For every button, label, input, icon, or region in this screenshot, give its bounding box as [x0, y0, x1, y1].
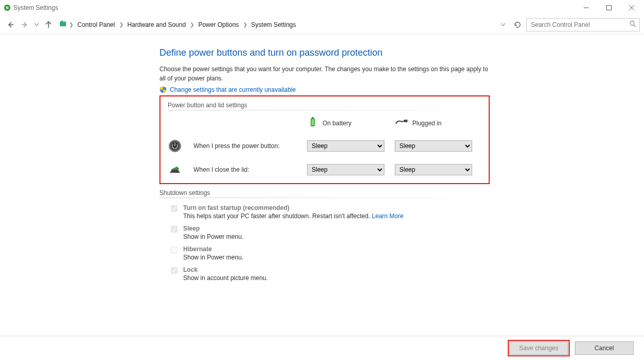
fast-startup-title: Turn on fast startup (recommended) [183, 204, 404, 211]
page-title: Define power buttons and turn on passwor… [159, 47, 490, 58]
column-label: On battery [323, 120, 351, 127]
power-button-icon [168, 139, 182, 153]
minimize-button[interactable] [575, 0, 598, 15]
power-button-battery-select[interactable]: Sleep [307, 140, 384, 152]
save-button[interactable]: Save changes [509, 341, 568, 355]
close-button[interactable] [620, 0, 643, 15]
breadcrumb-sep: ❯ [242, 22, 248, 27]
learn-more-link[interactable]: Learn More [372, 212, 404, 220]
lock-desc: Show in account picture menu. [183, 274, 268, 282]
save-button-highlight: Save changes [508, 340, 570, 356]
svg-rect-15 [312, 119, 314, 125]
breadcrumb-sep: ❯ [68, 22, 74, 27]
sleep-checkbox [171, 226, 178, 233]
breadcrumb-item[interactable]: Hardware and Sound [125, 20, 188, 29]
breadcrumb-item[interactable]: System Settings [249, 20, 298, 29]
close-lid-label: When I close the lid: [194, 166, 307, 173]
power-button-label: When I press the power button: [194, 142, 307, 150]
breadcrumb-item[interactable]: Control Panel [75, 20, 117, 29]
column-header-battery: On battery [307, 117, 395, 129]
search-box[interactable] [526, 18, 640, 31]
svg-rect-9 [60, 22, 66, 26]
recent-dropdown[interactable] [33, 19, 40, 31]
breadcrumb-icon [59, 20, 67, 29]
forward-button[interactable] [19, 19, 31, 31]
maximize-button[interactable] [598, 0, 620, 15]
fast-startup-row: Turn on fast startup (recommended) This … [159, 204, 490, 220]
breadcrumb-item[interactable]: Power Options [196, 20, 241, 29]
window-icon [3, 4, 11, 12]
group-label-power: Power button and lid settings [168, 102, 481, 109]
hibernate-desc: Show in Power menu. [183, 254, 244, 261]
group-label-shutdown: Shutdown settings [159, 189, 490, 197]
navbar: ❯ Control Panel ❯ Hardware and Sound ❯ P… [0, 15, 644, 34]
svg-rect-10 [61, 21, 63, 22]
window-title: System Settings [13, 4, 58, 11]
search-icon [629, 20, 636, 29]
breadcrumb-sep: ❯ [118, 22, 124, 27]
power-button-plugged-select[interactable]: Sleep [395, 140, 472, 152]
column-header-plugged: Plugged in [395, 119, 482, 127]
column-label: Plugged in [412, 120, 442, 127]
cancel-button[interactable]: Cancel [575, 341, 634, 355]
svg-point-1 [6, 6, 9, 9]
hibernate-row: Hibernate Show in Power menu. [159, 246, 490, 261]
close-lid-icon [168, 162, 182, 177]
close-lid-battery-select[interactable]: Sleep [307, 164, 384, 175]
plug-icon [395, 119, 408, 127]
hibernate-title: Hibernate [183, 246, 244, 253]
content: Define power buttons and turn on passwor… [0, 34, 644, 287]
back-button[interactable] [4, 19, 17, 31]
footer: Save changes Cancel [0, 336, 644, 360]
address-dropdown[interactable] [497, 19, 509, 30]
shield-icon [159, 86, 167, 93]
svg-point-11 [630, 21, 634, 25]
fast-startup-desc: This helps start your PC faster after sh… [183, 212, 404, 220]
breadcrumb-sep: ❯ [189, 22, 195, 27]
search-input[interactable] [530, 21, 629, 29]
sleep-desc: Show in Power menu. [183, 233, 244, 240]
page-description: Choose the power settings that you want … [159, 64, 490, 83]
fast-startup-checkbox [171, 205, 178, 212]
svg-rect-3 [607, 6, 611, 10]
svg-rect-14 [312, 117, 314, 119]
lock-checkbox [171, 267, 178, 274]
lock-row: Lock Show in account picture menu. [159, 266, 490, 282]
titlebar: System Settings [0, 0, 644, 15]
svg-rect-16 [404, 120, 407, 122]
close-lid-plugged-select[interactable]: Sleep [395, 164, 472, 175]
sleep-row: Sleep Show in Power menu. [159, 225, 490, 240]
battery-icon [307, 117, 318, 129]
admin-link[interactable]: Change settings that are currently unava… [170, 86, 296, 93]
up-button[interactable] [42, 19, 55, 31]
lock-title: Lock [183, 266, 268, 273]
power-button-section-highlight: Power button and lid settings On battery [159, 95, 490, 184]
svg-line-12 [634, 25, 636, 27]
sleep-title: Sleep [183, 225, 244, 232]
hibernate-checkbox [171, 247, 178, 253]
breadcrumb[interactable]: ❯ Control Panel ❯ Hardware and Sound ❯ P… [57, 18, 495, 32]
refresh-button[interactable] [512, 19, 523, 30]
